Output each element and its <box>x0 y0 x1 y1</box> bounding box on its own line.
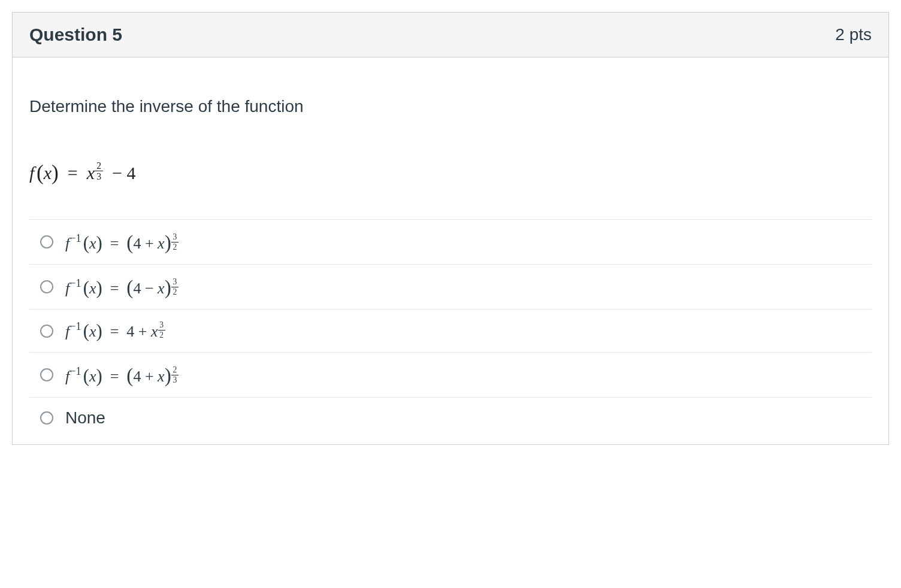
option-row[interactable]: f−1(x) = (4+x)23 <box>29 353 872 398</box>
option-text: f−1(x) = (4+x)23 <box>65 363 179 386</box>
radio-icon[interactable] <box>40 235 53 248</box>
radio-icon[interactable] <box>40 411 53 425</box>
fn-name: f <box>29 163 34 183</box>
radio-icon[interactable] <box>40 368 53 381</box>
fn-arg: x <box>44 163 52 183</box>
fn-const: 4 <box>127 163 136 183</box>
question-title: Question 5 <box>29 25 122 45</box>
option-text: f−1(x) = (4−x)32 <box>65 275 179 298</box>
fn-exp-den: 3 <box>96 172 101 181</box>
fn-exp-num: 2 <box>96 161 101 171</box>
radio-icon[interactable] <box>40 325 53 338</box>
question-body: Determine the inverse of the function f(… <box>13 57 888 444</box>
option-text: None <box>65 408 105 428</box>
question-prompt: Determine the inverse of the function <box>29 97 872 116</box>
option-row[interactable]: None <box>29 398 872 438</box>
fn-base: x <box>87 163 95 183</box>
radio-icon[interactable] <box>40 280 53 293</box>
question-header: Question 5 2 pts <box>13 13 888 57</box>
option-text: f−1(x) = (4+x)32 <box>65 231 179 253</box>
options-list: f−1(x) = (4+x)32 f−1(x) = (4−x)32 <box>29 219 872 438</box>
option-row[interactable]: f−1(x) = 4+x32 <box>29 310 872 353</box>
question-function: f(x) = x23 −4 <box>29 159 872 184</box>
question-card: Question 5 2 pts Determine the inverse o… <box>12 12 889 445</box>
option-text: f−1(x) = 4+x32 <box>65 320 165 341</box>
fn-op: − <box>112 163 122 183</box>
option-row[interactable]: f−1(x) = (4−x)32 <box>29 265 872 310</box>
question-points: 2 pts <box>835 25 872 44</box>
option-row[interactable]: f−1(x) = (4+x)32 <box>29 220 872 265</box>
